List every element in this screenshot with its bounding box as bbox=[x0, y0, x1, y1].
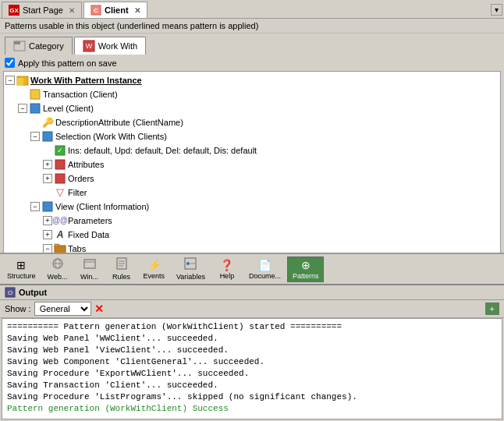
spacer-12 bbox=[4, 228, 41, 241]
tab-start[interactable]: GX Start Page ✕ bbox=[2, 2, 82, 18]
output-line-7: Saving Procedure 'ListPrograms'... skipp… bbox=[7, 391, 497, 403]
spacer-9 bbox=[4, 186, 41, 199]
variables-button[interactable]: Variables bbox=[171, 255, 211, 283]
spacer-6 bbox=[4, 144, 41, 157]
svg-text:W: W bbox=[85, 42, 92, 50]
spacer-3 bbox=[4, 102, 16, 115]
variables-label: Variables bbox=[176, 273, 205, 281]
document-button[interactable]: 📄 Docume... bbox=[243, 256, 286, 282]
tree-row-3[interactable]: Level (Client) bbox=[4, 101, 500, 115]
expander-5[interactable] bbox=[29, 130, 41, 143]
output-line-5: Saving Procedure 'ExportWWClient'... suc… bbox=[7, 368, 497, 380]
spacer-5 bbox=[4, 130, 29, 143]
web-label: Web... bbox=[48, 273, 68, 281]
svg-rect-24 bbox=[84, 260, 95, 268]
tree-row-9[interactable]: ▽ Filter bbox=[4, 186, 500, 200]
tree-label-5: Selection (Work With Clients) bbox=[55, 130, 167, 143]
tree-area: Work With Pattern Instance Transaction (… bbox=[4, 72, 500, 253]
node-icon-12: A bbox=[54, 228, 66, 241]
patterns-button[interactable]: ⊕ Patterns bbox=[287, 256, 325, 282]
expander-4 bbox=[29, 116, 41, 129]
tree-row-5[interactable]: Selection (Work With Clients) bbox=[4, 129, 500, 143]
tree-container[interactable]: Work With Pattern Instance Transaction (… bbox=[3, 71, 501, 253]
node-icon-6: ✓ bbox=[54, 144, 66, 157]
expander-13[interactable] bbox=[41, 242, 54, 253]
tree-label-11: Parameters bbox=[68, 214, 112, 227]
tree-label-9: Filter bbox=[68, 186, 87, 199]
expander-8[interactable] bbox=[41, 172, 54, 185]
node-icon-13 bbox=[54, 242, 66, 253]
tree-section: Work With Pattern Instance Transaction (… bbox=[0, 71, 504, 253]
tab-category[interactable]: Category bbox=[5, 37, 73, 55]
apply-checkbox-label: Apply this pattern on save bbox=[18, 58, 117, 68]
events-icon: ⚡ bbox=[147, 259, 161, 271]
node-icon-4: 🔑 bbox=[41, 116, 54, 129]
spacer-11 bbox=[4, 214, 41, 227]
output-clear-button[interactable]: ✕ bbox=[94, 302, 104, 315]
web-button[interactable]: Web... bbox=[42, 255, 73, 283]
svg-rect-14 bbox=[55, 174, 65, 183]
rules-button[interactable]: Rules bbox=[106, 255, 137, 283]
win-label: Win... bbox=[80, 273, 98, 281]
tree-row-2[interactable]: Transaction (Client) bbox=[4, 87, 500, 101]
tree-row-10[interactable]: View (Client Information) bbox=[4, 200, 500, 214]
start-page-icon: GX bbox=[9, 5, 20, 16]
expander-3[interactable] bbox=[16, 102, 29, 115]
expander-icon-1[interactable] bbox=[4, 74, 16, 87]
output-title: Output bbox=[19, 288, 47, 297]
expander-7[interactable] bbox=[41, 158, 54, 171]
tree-label-10: View (Client Information) bbox=[55, 200, 149, 213]
info-bar: Patterns usable in this object (underlin… bbox=[0, 19, 504, 34]
pattern-tab-bar: Category W Work With bbox=[0, 34, 504, 55]
win-button[interactable]: Win... bbox=[74, 255, 105, 283]
tab-corner-button[interactable]: ▾ bbox=[491, 4, 502, 16]
output-show-select[interactable]: General Errors Warnings bbox=[34, 302, 91, 316]
help-label: Help bbox=[220, 272, 235, 280]
tree-row-1[interactable]: Work With Pattern Instance bbox=[4, 73, 500, 87]
output-add-button[interactable]: + bbox=[485, 302, 499, 315]
svg-rect-15 bbox=[43, 202, 52, 211]
help-icon: ❓ bbox=[220, 259, 233, 271]
spacer-7 bbox=[4, 158, 41, 171]
tree-row-11[interactable]: @@ Parameters bbox=[4, 214, 500, 228]
info-text: Patterns usable in this object (underlin… bbox=[5, 21, 258, 30]
tree-row-8[interactable]: Orders bbox=[4, 172, 500, 186]
tree-label-13: Tabs bbox=[68, 242, 86, 253]
node-icon-2 bbox=[29, 88, 41, 101]
spacer-4 bbox=[4, 116, 29, 129]
tree-label-8: Orders bbox=[68, 172, 94, 185]
tree-row-12[interactable]: A Fixed Data bbox=[4, 228, 500, 242]
structure-button[interactable]: ⊞ Structure bbox=[2, 256, 41, 282]
svg-rect-13 bbox=[55, 160, 65, 169]
help-button[interactable]: ❓ Help bbox=[211, 256, 243, 282]
expander-12[interactable] bbox=[41, 228, 54, 241]
tree-label-4: DescriptionAttribute (ClientName) bbox=[55, 116, 183, 129]
node-icon-5 bbox=[41, 130, 54, 143]
output-line-3: Saving Web Panel 'ViewClient'... succeed… bbox=[7, 345, 497, 356]
tab-workwith[interactable]: W Work With bbox=[74, 37, 147, 55]
tree-row-4[interactable]: 🔑 DescriptionAttribute (ClientName) bbox=[4, 115, 500, 129]
output-panel: O Output Show : General Errors Warnings … bbox=[0, 284, 504, 421]
tab-client[interactable]: C Client ✕ bbox=[83, 2, 147, 18]
variables-icon bbox=[184, 257, 197, 272]
expander-2 bbox=[16, 88, 29, 101]
tree-row-13[interactable]: Tabs bbox=[4, 242, 500, 253]
tree-row-6[interactable]: ✓ Ins: default, Upd: default, Del: defau… bbox=[4, 143, 500, 157]
document-label: Docume... bbox=[249, 272, 281, 280]
tree-row-7[interactable]: Attributes bbox=[4, 157, 500, 172]
node-icon-1 bbox=[16, 74, 29, 87]
svg-rect-16 bbox=[55, 246, 66, 253]
tree-label-7: Attributes bbox=[68, 158, 104, 171]
tab-client-close[interactable]: ✕ bbox=[134, 6, 140, 15]
category-tab-icon bbox=[13, 40, 26, 52]
svg-rect-9 bbox=[30, 104, 40, 113]
spacer-2 bbox=[4, 88, 16, 101]
client-icon: C bbox=[91, 5, 101, 16]
output-line-1: ========== Pattern generation (WorkWithC… bbox=[7, 321, 497, 333]
tab-start-close[interactable]: ✕ bbox=[69, 6, 75, 15]
events-button[interactable]: ⚡ Events bbox=[138, 256, 171, 282]
tab-category-label: Category bbox=[29, 41, 64, 51]
expander-10[interactable] bbox=[29, 200, 41, 213]
apply-checkbox[interactable] bbox=[5, 58, 15, 68]
workwith-tab-icon: W bbox=[83, 40, 95, 52]
